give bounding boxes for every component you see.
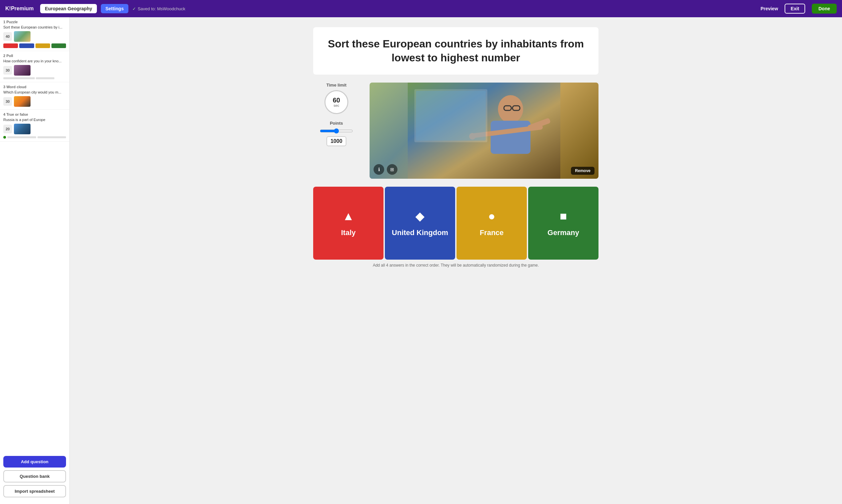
sidebar-item-label-3: Which European city would you m...: [3, 90, 66, 94]
sidebar-item-label-1: Sort these European countries by i...: [3, 25, 66, 29]
answer-card-1[interactable]: ◆United Kingdom: [385, 187, 455, 259]
answer-box-blue: [19, 43, 34, 48]
header-title-tab[interactable]: European Geography: [40, 4, 97, 13]
app-header: K!Premium European Geography Settings ✓ …: [0, 0, 842, 17]
exit-button[interactable]: Exit: [785, 4, 805, 14]
middle-section: Time limit 60 sec Points 1000: [313, 83, 598, 179]
answer-label-3: Germany: [547, 229, 579, 237]
add-question-button[interactable]: Add question: [3, 456, 66, 468]
answer-card-0[interactable]: ▲Italy: [313, 187, 384, 259]
sidebar-item-preview-4: 20: [3, 124, 66, 134]
check-icon: ✓: [133, 6, 136, 11]
sidebar-item-label-4: Russia is a part of Europe: [3, 118, 66, 122]
answer-shape-0: ▲: [343, 209, 354, 223]
image-remove-button[interactable]: Remove: [571, 167, 595, 175]
time-value: 60: [333, 97, 340, 104]
answer-label-2: France: [480, 229, 504, 237]
time-limit-group: Time limit 60 sec: [313, 83, 359, 114]
sidebar-item-truefalse[interactable]: 4 True or false Russia is a part of Euro…: [0, 110, 69, 142]
answers-grid: ▲Italy◆United Kingdom●France■Germany: [313, 187, 598, 259]
sidebar-item-preview-2: 30: [3, 65, 66, 76]
answer-shape-1: ◆: [415, 209, 425, 223]
question-card: Sort these European countries by inhabit…: [313, 27, 598, 75]
sidebar-answers-row-1: [3, 43, 66, 48]
import-spreadsheet-button[interactable]: Import spreadsheet: [3, 485, 66, 497]
answer-card-2[interactable]: ●France: [456, 187, 527, 259]
image-icon-row: ℹ ⊞: [373, 164, 398, 175]
sidebar-bottom: Add question Question bank Import spread…: [0, 453, 69, 501]
sidebar-tf-row: [3, 136, 66, 139]
sidebar-item-number-3: 3 Word cloud: [3, 85, 66, 89]
done-button[interactable]: Done: [812, 4, 837, 14]
question-bank-button[interactable]: Question bank: [3, 470, 66, 483]
sidebar: 1 Puzzle Sort these European countries b…: [0, 17, 70, 504]
points-value: 1000: [327, 136, 346, 146]
image-svg: [370, 83, 598, 179]
answer-shape-2: ●: [488, 209, 495, 223]
settings-button[interactable]: Settings: [101, 4, 128, 13]
image-info-button[interactable]: ℹ: [373, 164, 384, 175]
question-title: Sort these European countries by inhabit…: [327, 37, 585, 65]
sidebar-item-preview-1: 40: [3, 31, 66, 42]
points-slider[interactable]: [320, 128, 353, 133]
image-area: ℹ ⊞ Remove: [370, 83, 598, 179]
image-crop-button[interactable]: ⊞: [387, 164, 398, 175]
sidebar-item-poll[interactable]: 2 Poll How confident are you in your kno…: [0, 51, 69, 82]
answers-section: ▲Italy◆United Kingdom●France■Germany Add…: [313, 187, 598, 268]
saved-indicator: ✓ Saved to: MsWoodchuck: [133, 6, 186, 11]
left-controls: Time limit 60 sec Points 1000: [313, 83, 359, 146]
answer-note: Add all 4 answers in the correct order. …: [313, 263, 598, 268]
answer-label-0: Italy: [341, 229, 356, 237]
sidebar-bars-2: [3, 77, 66, 79]
points-slider-row: [320, 128, 353, 133]
points-label: Points: [330, 121, 343, 126]
points-group: Points 1000: [313, 121, 359, 146]
sidebar-item-number-1: 1 Puzzle: [3, 20, 66, 24]
bar-2: [36, 77, 55, 79]
logo: K!Premium: [5, 6, 34, 12]
answer-box-yellow: [35, 43, 50, 48]
sidebar-badge-4: 20: [3, 125, 12, 133]
sidebar-thumb-3: [14, 96, 31, 107]
main-layout: 1 Puzzle Sort these European countries b…: [0, 17, 842, 504]
svg-rect-3: [491, 121, 530, 154]
answer-card-3[interactable]: ■Germany: [528, 187, 598, 259]
sidebar-item-wordcloud[interactable]: 3 Word cloud Which European city would y…: [0, 82, 69, 110]
saved-text: Saved to: MsWoodchuck: [138, 6, 186, 11]
sidebar-thumb-2: [14, 65, 31, 76]
answer-label-1: United Kingdom: [392, 229, 448, 237]
tf-line-1: [7, 136, 36, 138]
sidebar-item-preview-3: 30: [3, 96, 66, 107]
time-limit-label: Time limit: [327, 83, 346, 88]
sidebar-thumb-4: [14, 124, 31, 134]
time-unit: sec: [333, 104, 339, 107]
main-content: Sort these European countries by inhabit…: [70, 17, 842, 504]
bar-1: [3, 77, 35, 79]
tf-line-2: [37, 136, 66, 138]
svg-rect-11: [416, 91, 486, 141]
sidebar-item-label-2: How confident are you in your kno...: [3, 59, 66, 63]
tf-true-dot: [3, 136, 6, 139]
sidebar-thumb-1: [14, 31, 31, 42]
sidebar-badge-2: 30: [3, 66, 12, 75]
preview-button[interactable]: Preview: [760, 6, 778, 11]
sidebar-badge-3: 30: [3, 97, 12, 106]
sidebar-item-number-2: 2 Poll: [3, 54, 66, 58]
sidebar-item-number-4: 4 True or false: [3, 112, 66, 116]
answer-shape-3: ■: [560, 209, 567, 223]
answer-box-red: [3, 43, 18, 48]
image-placeholder: [370, 83, 598, 179]
time-circle[interactable]: 60 sec: [324, 90, 348, 114]
sidebar-item-puzzle[interactable]: 1 Puzzle Sort these European countries b…: [0, 17, 69, 51]
answer-box-green: [51, 43, 66, 48]
sidebar-badge-1: 40: [3, 32, 12, 41]
